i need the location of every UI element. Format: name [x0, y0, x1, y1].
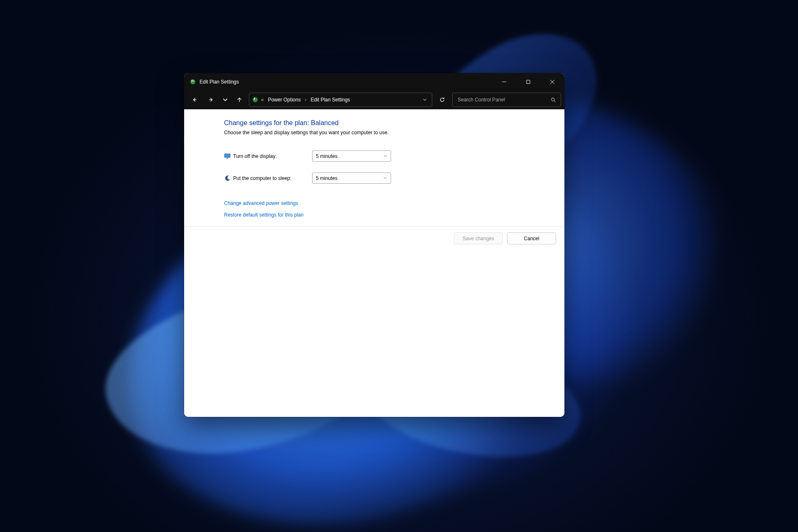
search-icon [551, 97, 557, 103]
address-bar[interactable]: « Power Options › Edit Plan Settings [249, 93, 432, 107]
address-dropdown-button[interactable] [420, 98, 429, 102]
nav-forward-button[interactable] [204, 93, 218, 106]
titlebar[interactable]: Edit Plan Settings [184, 73, 564, 90]
footer-bar: Save changes Cancel [184, 226, 564, 250]
search-box[interactable] [452, 93, 561, 107]
svg-rect-2 [193, 80, 194, 82]
power-options-app-icon [190, 79, 196, 85]
svg-rect-15 [227, 158, 228, 159]
sleep-value: 5 minutes [316, 175, 337, 181]
svg-rect-14 [224, 154, 230, 158]
edit-plan-settings-window: Edit Plan Settings [184, 73, 564, 417]
breadcrumb-edit-plan-settings[interactable]: Edit Plan Settings [309, 95, 352, 104]
close-button[interactable] [540, 73, 564, 90]
page-subheading: Choose the sleep and display settings th… [224, 130, 556, 135]
minimize-button[interactable] [492, 73, 516, 90]
breadcrumb-overflow[interactable]: « [260, 97, 265, 103]
display-icon [224, 153, 231, 160]
sleep-icon [224, 175, 231, 182]
breadcrumb-separator-icon: › [304, 97, 307, 103]
chevron-down-icon [383, 175, 387, 181]
maximize-button[interactable] [516, 73, 540, 90]
sleep-label: Put the computer to sleep: [233, 175, 312, 181]
chevron-down-icon [383, 153, 387, 159]
search-input[interactable] [457, 96, 547, 103]
turn-off-display-label: Turn off the display: [233, 153, 312, 159]
svg-point-12 [552, 98, 554, 101]
nav-up-button[interactable] [232, 93, 246, 106]
content-area: Change settings for the plan: Balanced C… [184, 109, 564, 417]
svg-point-0 [190, 79, 195, 84]
nav-recent-button[interactable] [221, 93, 230, 106]
save-changes-button[interactable]: Save changes [454, 232, 503, 244]
svg-rect-4 [527, 80, 530, 84]
svg-point-10 [253, 97, 258, 102]
nav-back-button[interactable] [187, 93, 202, 106]
window-title: Edit Plan Settings [200, 79, 239, 85]
advanced-power-settings-link[interactable]: Change advanced power settings [224, 200, 298, 206]
breadcrumb-power-options[interactable]: Power Options [266, 95, 303, 104]
svg-line-13 [554, 101, 555, 102]
svg-rect-1 [192, 80, 192, 82]
desktop-wallpaper: Edit Plan Settings [0, 0, 798, 532]
navigation-bar: « Power Options › Edit Plan Settings [184, 90, 564, 109]
page-heading: Change settings for the plan: Balanced [224, 119, 556, 127]
svg-rect-11 [254, 98, 255, 100]
sleep-select[interactable]: 5 minutes [312, 172, 391, 184]
turn-off-display-select[interactable]: 5 minutes [312, 150, 391, 162]
address-app-icon [252, 96, 259, 103]
turn-off-display-value: 5 minutes [316, 153, 337, 159]
cancel-button[interactable]: Cancel [507, 232, 556, 244]
restore-defaults-link[interactable]: Restore default settings for this plan [224, 212, 303, 218]
refresh-button[interactable] [435, 93, 450, 106]
